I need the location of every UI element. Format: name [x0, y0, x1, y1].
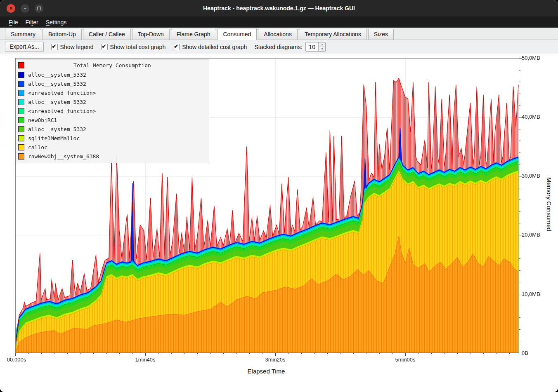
x-tick-label: 00.000s — [7, 357, 26, 363]
legend-item[interactable]: alloc__system_5332 — [16, 124, 209, 134]
x-tick-label: 3min20s — [265, 357, 285, 363]
y-tick-label: 20,0MB — [522, 232, 540, 238]
legend-swatch — [18, 135, 24, 141]
legend-swatch — [18, 72, 24, 78]
legend-title: Total Memory Consumption — [73, 62, 151, 68]
legend-swatch — [18, 144, 24, 150]
menu-filter[interactable]: Filter — [22, 18, 42, 27]
legend-swatch — [18, 81, 24, 87]
close-icon[interactable]: ✕ — [7, 4, 15, 13]
tab-consumed[interactable]: Consumed — [218, 28, 257, 40]
legend-swatch — [18, 117, 24, 123]
legend-swatch — [18, 108, 24, 114]
chart-legend: Total Memory Consumption alloc__system_5… — [15, 59, 209, 163]
tab-temporary-allocations[interactable]: Temporary Allocations — [299, 29, 367, 40]
y-tick-label: 50,0MB — [522, 55, 540, 61]
y-axis-title: Memory Consumed — [546, 177, 553, 231]
legend-swatch — [18, 90, 24, 96]
y-tick-label: 40,0MB — [522, 114, 540, 120]
legend-item[interactable]: sqlite3MemMalloc — [16, 134, 209, 143]
spinner-arrows: ▲ ▼ — [318, 42, 325, 51]
tab-sizes[interactable]: Sizes — [368, 29, 394, 40]
x-tick-label: 5min00s — [395, 357, 415, 363]
menu-settings[interactable]: Settings — [42, 18, 71, 27]
tab-caller-callee[interactable]: Caller / Callee — [83, 29, 131, 40]
show-detailed-cost-graph-checkbox[interactable]: Show detailed cost graph — [173, 44, 247, 50]
tab-flame-graph[interactable]: Flame Graph — [171, 29, 216, 40]
legend-item[interactable]: alloc__system_5332 — [16, 79, 209, 88]
checkbox-checked-icon — [173, 44, 180, 50]
checkbox-label: Show total cost graph — [110, 44, 166, 50]
checkbox-checked-icon — [51, 44, 58, 50]
tab-bar: Summary Bottom-Up Caller / Callee Top-Do… — [0, 28, 558, 40]
stacked-diagrams-label: Stacked diagrams: — [254, 44, 302, 50]
legend-swatch — [18, 153, 24, 160]
legend-item[interactable]: alloc__system_5332 — [16, 70, 209, 79]
legend-item[interactable]: rawNewObj__system_6388 — [16, 152, 209, 161]
menu-file[interactable]: File — [5, 18, 22, 27]
title-bar: ✕ − Heaptrack - heaptrack.wakunode.1.gz … — [0, 0, 558, 16]
maximize-icon[interactable] — [35, 4, 43, 13]
tab-top-down[interactable]: Top-Down — [132, 29, 170, 40]
spinner-up-icon[interactable]: ▲ — [319, 42, 325, 47]
stacked-diagrams-group: Stacked diagrams: 10 ▲ ▼ — [254, 42, 326, 52]
legend-item[interactable]: <unresolved function> — [16, 106, 209, 115]
toolbar: Export As... Show legend Show total cost… — [0, 40, 558, 54]
checkbox-label: Show legend — [60, 44, 94, 50]
maximize-square-icon — [37, 7, 41, 10]
x-tick-label: 1min40s — [135, 357, 155, 363]
tab-allocations[interactable]: Allocations — [258, 29, 298, 40]
legend-swatch — [18, 99, 24, 105]
legend-item[interactable]: calloc — [16, 143, 209, 152]
y-tick-label: 10,0MB — [522, 291, 540, 297]
stacked-diagrams-spinner[interactable]: 10 ▲ ▼ — [305, 42, 326, 52]
spinner-down-icon[interactable]: ▼ — [319, 47, 325, 51]
legend-title-swatch — [18, 62, 24, 68]
menu-bar: File Filter Settings — [0, 16, 558, 28]
legend-title-row: Total Memory Consumption — [16, 61, 209, 70]
checkbox-label: Show detailed cost graph — [182, 44, 247, 50]
x-axis-title: Elapsed Time — [248, 368, 285, 375]
app-window: ✕ − Heaptrack - heaptrack.wakunode.1.gz … — [0, 0, 558, 392]
minimize-icon[interactable]: − — [21, 4, 29, 13]
y-tick-label: 30,0MB — [522, 173, 540, 179]
legend-swatch — [18, 126, 24, 132]
tab-bottom-up[interactable]: Bottom-Up — [43, 29, 82, 40]
consumed-chart-region: 50,0MB 40,0MB 30,0MB 20,0MB 10,0MB 0B 00… — [0, 54, 558, 392]
checkbox-checked-icon — [101, 44, 108, 50]
spinner-value: 10 — [306, 42, 318, 51]
y-tick-label: 0B — [522, 350, 528, 356]
window-title: Heaptrack - heaptrack.wakunode.1.gz — He… — [203, 5, 355, 12]
show-legend-checkbox[interactable]: Show legend — [51, 44, 94, 50]
tab-summary[interactable]: Summary — [5, 29, 41, 40]
legend-item[interactable]: newObjRC1 — [16, 115, 209, 124]
show-total-cost-graph-checkbox[interactable]: Show total cost graph — [101, 44, 166, 50]
legend-item[interactable]: alloc__system_5332 — [16, 97, 209, 106]
export-as-button[interactable]: Export As... — [5, 42, 44, 52]
legend-item[interactable]: <unresolved function> — [16, 88, 209, 97]
window-controls: ✕ − — [7, 0, 43, 16]
